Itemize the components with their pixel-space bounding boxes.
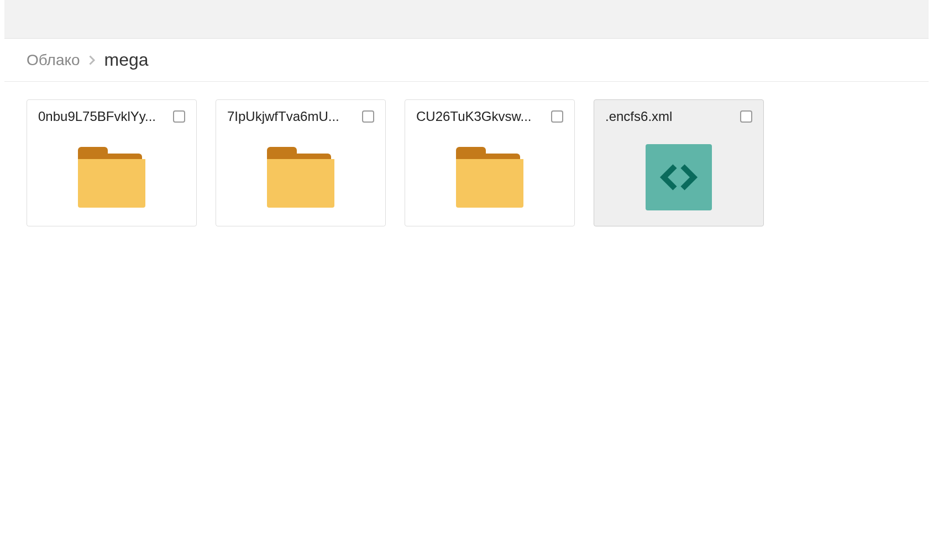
item-checkbox[interactable]: [362, 110, 374, 123]
folder-item[interactable]: 0nbu9L75BFvklYy...: [27, 99, 197, 226]
breadcrumb-current: mega: [104, 50, 149, 70]
breadcrumb: Облако mega: [4, 39, 929, 82]
item-checkbox[interactable]: [740, 110, 752, 123]
item-name: .encfs6.xml: [605, 109, 672, 124]
breadcrumb-root[interactable]: Облако: [27, 51, 80, 69]
item-name: CU26TuK3Gkvsw...: [416, 109, 532, 124]
folder-item[interactable]: 7IpUkjwfTva6mU...: [216, 99, 386, 226]
chevron-right-icon: [89, 55, 96, 65]
code-file-icon: [646, 144, 712, 210]
top-toolbar: [4, 0, 929, 39]
folder-item[interactable]: CU26TuK3Gkvsw...: [405, 99, 575, 226]
item-name: 7IpUkjwfTva6mU...: [227, 109, 339, 124]
folder-icon: [267, 147, 334, 208]
folder-icon: [456, 147, 523, 208]
item-name: 0nbu9L75BFvklYy...: [38, 109, 156, 124]
file-item[interactable]: .encfs6.xml: [594, 99, 764, 226]
folder-icon: [78, 147, 145, 208]
file-grid: 0nbu9L75BFvklYy... 7IpUkjwfTva6mU... CU2…: [4, 82, 929, 244]
item-checkbox[interactable]: [173, 110, 185, 123]
item-checkbox[interactable]: [551, 110, 563, 123]
